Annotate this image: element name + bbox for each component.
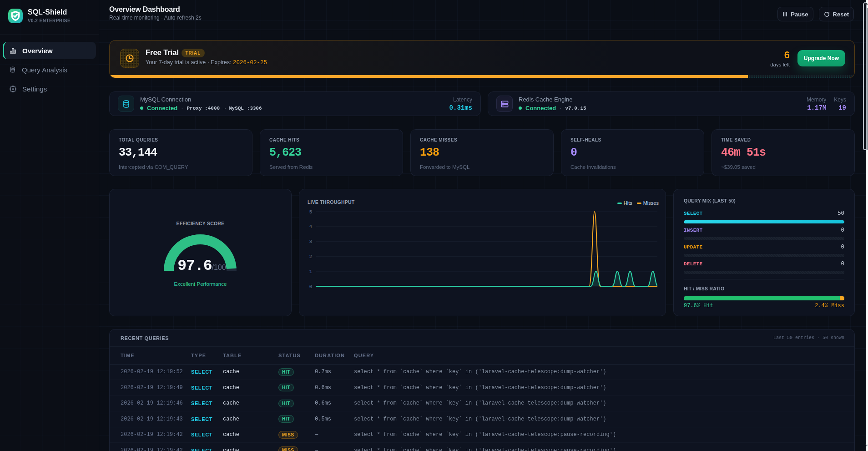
svg-text:2: 2 — [309, 254, 312, 259]
svg-text:3: 3 — [309, 239, 312, 244]
svg-text:0: 0 — [309, 284, 312, 289]
svg-text:1: 1 — [309, 269, 312, 274]
svg-text:4: 4 — [309, 224, 312, 229]
svg-text:5: 5 — [309, 209, 312, 215]
